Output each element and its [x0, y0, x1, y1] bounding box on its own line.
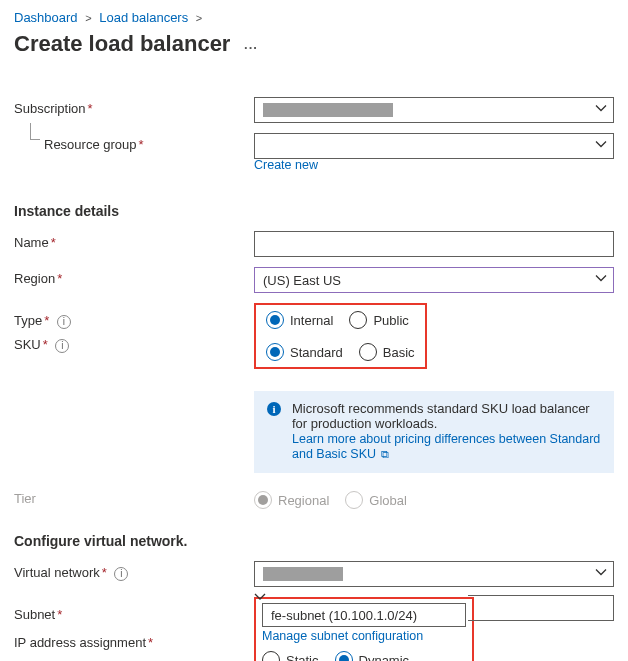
- chevron-down-icon: [595, 567, 607, 582]
- info-icon[interactable]: i: [114, 567, 128, 581]
- resource-group-select[interactable]: [254, 133, 614, 159]
- info-icon: i: [266, 401, 282, 461]
- info-banner-text: Microsoft recommends standard SKU load b…: [292, 401, 602, 431]
- chevron-right-icon: >: [85, 12, 91, 24]
- ip-dynamic-radio[interactable]: Dynamic: [335, 651, 410, 661]
- tier-label: Tier: [14, 487, 254, 506]
- type-label: Type* i: [14, 303, 254, 329]
- sku-standard-radio[interactable]: Standard: [266, 343, 343, 361]
- tier-global-radio: Global: [345, 491, 407, 509]
- info-icon[interactable]: i: [55, 339, 69, 353]
- ip-static-radio[interactable]: Static: [262, 651, 319, 661]
- tier-regional-radio: Regional: [254, 491, 329, 509]
- chevron-right-icon: >: [196, 12, 202, 24]
- subscription-label: Subscription*: [14, 97, 254, 116]
- name-input[interactable]: [254, 231, 614, 257]
- virtual-network-select[interactable]: [254, 561, 614, 587]
- breadcrumb: Dashboard > Load balancers >: [14, 10, 614, 25]
- breadcrumb-dashboard[interactable]: Dashboard: [14, 10, 78, 25]
- subnet-label: Subnet*: [14, 597, 254, 622]
- resource-group-label: Resource group*: [14, 133, 254, 152]
- info-banner: i Microsoft recommends standard SKU load…: [254, 391, 614, 473]
- configure-vnet-heading: Configure virtual network.: [14, 533, 614, 549]
- manage-subnet-link[interactable]: Manage subnet configuration: [262, 629, 466, 643]
- page-title: Create load balancer: [14, 31, 230, 57]
- chevron-down-icon: [595, 273, 607, 288]
- region-label: Region*: [14, 267, 254, 286]
- type-internal-radio[interactable]: Internal: [266, 311, 333, 329]
- instance-details-heading: Instance details: [14, 203, 614, 219]
- region-value: (US) East US: [263, 273, 341, 288]
- virtual-network-label: Virtual network* i: [14, 561, 254, 581]
- subnet-select[interactable]: fe-subnet (10.100.1.0/24): [262, 603, 466, 627]
- chevron-down-icon: [595, 139, 607, 154]
- info-icon[interactable]: i: [57, 315, 71, 329]
- external-link-icon: ⧉: [378, 448, 389, 460]
- svg-text:i: i: [272, 403, 275, 415]
- chevron-down-icon: [595, 103, 607, 118]
- name-label: Name*: [14, 231, 254, 250]
- redacted-text: [263, 567, 343, 581]
- sku-basic-radio[interactable]: Basic: [359, 343, 415, 361]
- create-new-link[interactable]: Create new: [254, 158, 318, 172]
- info-banner-link[interactable]: Learn more about pricing differences bet…: [292, 432, 600, 461]
- subnet-value: fe-subnet (10.100.1.0/24): [271, 608, 417, 623]
- redacted-text: [263, 103, 393, 117]
- more-icon[interactable]: ···: [244, 40, 258, 55]
- highlight-subnet: fe-subnet (10.100.1.0/24) Manage subnet …: [254, 597, 474, 661]
- type-public-radio[interactable]: Public: [349, 311, 408, 329]
- subscription-select[interactable]: [254, 97, 614, 123]
- region-select[interactable]: (US) East US: [254, 267, 614, 293]
- breadcrumb-load-balancers[interactable]: Load balancers: [99, 10, 188, 25]
- highlight-type-sku: Internal Public Standard Basic: [254, 303, 427, 369]
